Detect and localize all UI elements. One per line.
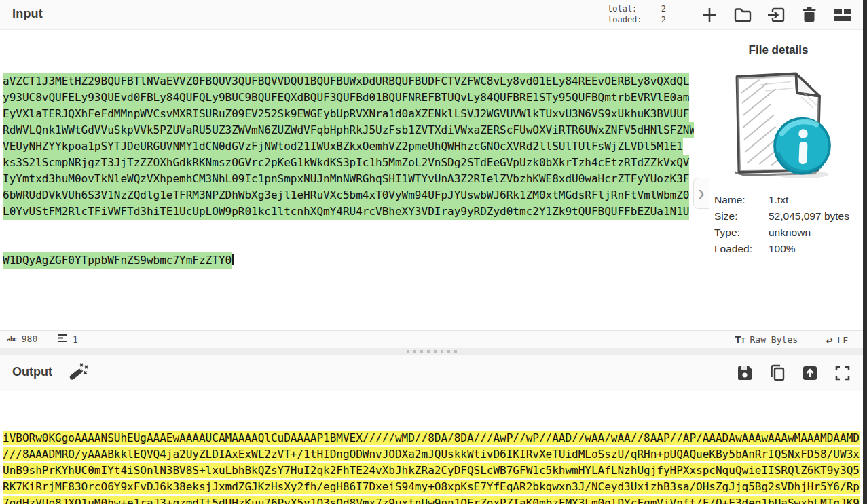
input-last-line: W1DQyAgZGF0YTppbWFnZS9wbmc7YmFzZTY0 bbox=[3, 252, 694, 269]
splitter-grip-dot bbox=[441, 350, 443, 353]
output-line: iVBORw0KGgoAAAANSUhEUgAAAEwAAAAUCAMAAAAQ… bbox=[3, 430, 860, 446]
input-eol-selector[interactable]: ↩ LF bbox=[826, 334, 848, 347]
clear-io-button[interactable] bbox=[800, 5, 819, 24]
file-size-label: Size: bbox=[714, 210, 769, 222]
encoding-value: Raw Bytes bbox=[750, 334, 798, 345]
add-input-button[interactable] bbox=[700, 5, 719, 24]
splitter-grip-dot bbox=[413, 350, 416, 353]
file-name-label: Name: bbox=[714, 194, 769, 206]
input-line-text: aVZCT1J3MEtHZ29BQUFBTlNVaEVVZ0FBQUV3QUFB… bbox=[3, 73, 689, 90]
splitter-grip-dot bbox=[407, 350, 409, 353]
input-line: L0YvUStFM2RlcTFiVWFTd3hiTE1UcUpLOW9pR01k… bbox=[3, 203, 694, 220]
file-name-value: 1.txt bbox=[769, 194, 863, 206]
magic-wand-icon bbox=[67, 362, 88, 383]
input-line: VEUyNHZYYkpoa1pSYTJDeURGUVNMY1dCN0dGVzFj… bbox=[3, 138, 694, 155]
line-count-icon bbox=[57, 334, 68, 345]
input-caret bbox=[232, 254, 234, 265]
input-status-bar: abc 980 1 TT Raw Bytes ↩ LF bbox=[0, 330, 863, 348]
output-line: RK7KiRrjMF83OrcO6Y9xFvDJ6k38eksjJxmdZGJK… bbox=[3, 479, 860, 495]
loaded-counter-row: loaded: 2 bbox=[608, 14, 666, 25]
output-line-text: RK7KiRrjMF83OrcO6Y9xFvDJ6k38eksjJxmdZGJK… bbox=[3, 480, 860, 494]
output-line: ///8AAADMRO/yAAABkklEQVQ4ja2UyZLDIAxExWL… bbox=[3, 446, 860, 463]
loaded-label: loaded: bbox=[608, 14, 642, 25]
output-lines: iVBORw0KGgoAAAANSUhEUgAAAEwAAAAUCAMAAAAQ… bbox=[3, 430, 860, 504]
splitter-grip-dot bbox=[454, 350, 457, 353]
magic-button[interactable] bbox=[68, 363, 87, 382]
line-count-value: 1 bbox=[73, 334, 78, 345]
tab-view-button[interactable] bbox=[833, 5, 852, 24]
input-line-text: y93UC8vQUFELy93QUEvd0FBLy84QUFQLy9BUC9BQ… bbox=[3, 90, 689, 106]
right-edge-pane-strip bbox=[863, 0, 867, 504]
total-counter-row: total: 2 bbox=[608, 3, 666, 14]
input-line-text: ks3S2lScmpNRjgzT3JjTzZZOXhGdkRKNmszOGVrc… bbox=[3, 155, 689, 171]
carriage-return-icon: ↩ bbox=[826, 334, 833, 347]
file-details-fields: Name: 1.txt Size: 52,045,097 bytes Type:… bbox=[714, 194, 863, 255]
input-line-text: IyYmtxd3huM0ovTkNleWQzVXhpemhCM3NhL09Ic1… bbox=[3, 171, 689, 187]
splitter-grip-dot bbox=[427, 350, 430, 353]
input-line: aVZCT1J3MEtHZ29BQUFBTlNVaEVVZ0FBQUV3QUFB… bbox=[3, 73, 694, 90]
file-info-illustration bbox=[714, 62, 843, 185]
open-folder-button[interactable] bbox=[733, 5, 752, 24]
file-details-collapse-toggle[interactable]: ❯ bbox=[693, 178, 709, 209]
char-count-stat: abc 980 bbox=[7, 334, 37, 344]
file-type-label: Type: bbox=[714, 227, 769, 239]
input-tab-counters: total: 2 loaded: 2 bbox=[608, 3, 666, 25]
tabs-layout-icon bbox=[832, 6, 853, 24]
output-line-text: ///8AAADMRO/yAAABkklEQVQ4ja2UyZLDIAxExWL… bbox=[3, 447, 860, 461]
output-header: Output bbox=[0, 355, 863, 391]
save-output-button[interactable] bbox=[735, 364, 754, 383]
input-line: EyVXlaTERJQXhFeFdMMnpWVCsvMXRISURuZ09EV2… bbox=[3, 106, 694, 122]
plus-icon bbox=[701, 6, 718, 24]
input-line: y93UC8vQUFELy93QUEvd0FBLy84QUFQLy9BUC9BQ… bbox=[3, 90, 694, 106]
chevron-right-icon: ❯ bbox=[698, 189, 705, 199]
output-line-text: 7gdHzVUo8JXO1uM0hw+e1raJ3+qzmdTt5dUHzKuu… bbox=[3, 496, 860, 504]
input-header: Input total: 2 loaded: 2 bbox=[0, 0, 863, 30]
input-toolbar bbox=[700, 5, 852, 25]
input-textarea[interactable]: aVZCT1J3MEtHZ29BQUFBTlNVaEVVZ0FBQUV3QUFB… bbox=[0, 30, 694, 330]
input-line: IyYmtxd3huM0ovTkNleWQzVXhpemhCM3NhL09Ic1… bbox=[3, 171, 694, 187]
file-size-value: 52,045,097 bytes bbox=[769, 210, 863, 222]
copy-output-button[interactable] bbox=[768, 364, 787, 383]
trash-icon bbox=[801, 6, 817, 24]
floppy-disk-icon bbox=[736, 364, 754, 382]
input-encoding-selector[interactable]: TT Raw Bytes bbox=[735, 334, 798, 345]
line-count-stat: 1 bbox=[57, 334, 78, 345]
pane-splitter-handle[interactable] bbox=[0, 348, 863, 355]
character-encoding-icon: TT bbox=[735, 334, 745, 345]
input-line-text: 6bWRUdDVkVUh6S3V1NzZQdlg1eTFRM3NPZDhWbXg… bbox=[3, 187, 689, 203]
output-line: UnB9shPrKYhUC0mIYt4iSOnlN3BV8S+lxuLbhBkQ… bbox=[3, 463, 860, 479]
open-file-button[interactable] bbox=[767, 5, 786, 24]
export-up-icon bbox=[800, 364, 819, 382]
output-textarea[interactable]: iVBORw0KGgoAAAANSUhEUgAAAEwAAAAUCAMAAAAQ… bbox=[0, 391, 863, 504]
file-type-value: unknown bbox=[769, 227, 863, 239]
loaded-value: 2 bbox=[661, 14, 666, 25]
total-value: 2 bbox=[661, 3, 666, 14]
file-loaded-value: 100% bbox=[769, 243, 863, 255]
file-loaded-label: Loaded: bbox=[714, 243, 769, 255]
input-line-text: VEUyNHZYYkpoa1pSYTJDeURGUVNMY1dCN0dGVzFj… bbox=[3, 138, 683, 155]
maximize-output-button[interactable] bbox=[833, 364, 852, 383]
input-lines: aVZCT1J3MEtHZ29BQUFBTlNVaEVVZ0FBQUV3QUFB… bbox=[3, 73, 694, 220]
input-line: ks3S2lScmpNRjgzT3JjTzZZOXhGdkRKNmszOGVrc… bbox=[3, 155, 694, 171]
splitter-grip-dot bbox=[447, 350, 450, 353]
total-label: total: bbox=[608, 3, 637, 14]
output-line-text: iVBORw0KGgoAAAANSUhEUgAAAEwAAAAUCAMAAAAQ… bbox=[3, 431, 860, 445]
file-details-title: File details bbox=[694, 43, 863, 57]
cyberchef-io-panes: Input total: 2 loaded: 2 bbox=[0, 0, 867, 504]
folder-icon bbox=[733, 6, 752, 24]
file-import-icon bbox=[767, 6, 786, 24]
copy-icon bbox=[769, 364, 786, 383]
output-text-content: iVBORw0KGgoAAAANSUhEUgAAAEwAAAAUCAMAAAAQ… bbox=[3, 398, 860, 504]
splitter-grip-dot bbox=[434, 350, 437, 353]
output-toolbar bbox=[735, 364, 852, 383]
output-line-text: UnB9shPrKYhUC0mIYt4iSOnlN3BV8S+lxuLbhBkQ… bbox=[3, 463, 860, 478]
input-line-text: EyVXlaTERJQXhFeFdMMnpWVCsvMXRISURuZ09EV2… bbox=[3, 106, 689, 122]
input-line-text: L0YvUStFM2RlcTFiVWFTd3hiTE1UcUpLOW9pR01k… bbox=[3, 203, 689, 220]
replace-input-button[interactable] bbox=[800, 364, 819, 383]
splitter-grip-dot bbox=[420, 350, 423, 353]
eol-value: LF bbox=[837, 335, 848, 345]
input-text-content: aVZCT1J3MEtHZ29BQUFBTlNVaEVVZ0FBQUV3QUFB… bbox=[3, 41, 694, 301]
char-count-value: 980 bbox=[22, 334, 37, 344]
output-line: 7gdHzVUo8JXO1uM0hw+e1raJ3+qzmdTt5dUHzKuu… bbox=[3, 495, 860, 504]
output-pane-title: Output bbox=[12, 365, 52, 379]
